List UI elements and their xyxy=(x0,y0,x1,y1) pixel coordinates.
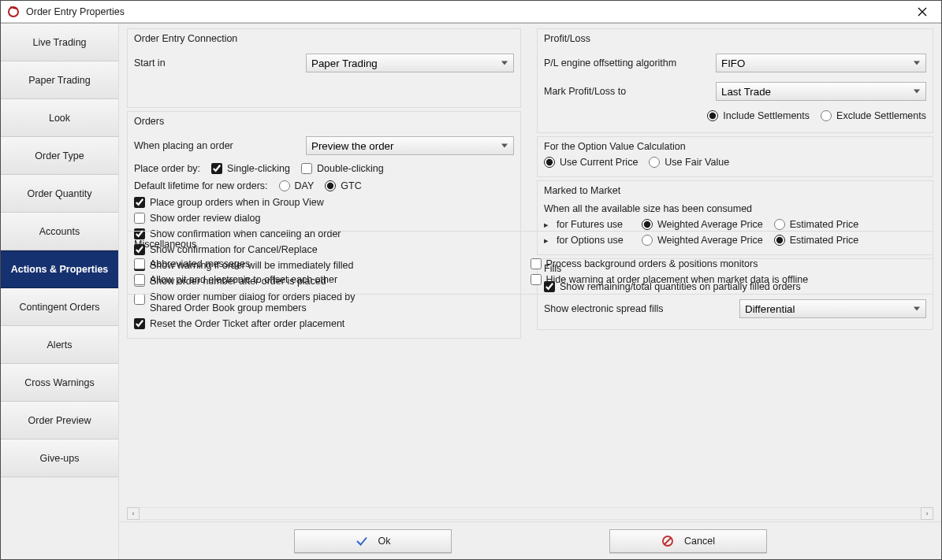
titlebar: Order Entry Properties xyxy=(1,1,941,23)
place-order-by-single[interactable]: Single-clicking xyxy=(211,163,290,174)
sidebar-item-live-trading[interactable]: Live Trading xyxy=(1,24,118,61)
fut-est[interactable]: Estimated Price xyxy=(774,219,859,230)
chk-hide-offline-warn[interactable]: Hide warning at order placement when mar… xyxy=(531,274,809,285)
horizontal-scrollbar[interactable]: ‹ › xyxy=(127,507,933,520)
chk-group-orders[interactable]: Place group orders when in Group View xyxy=(134,197,324,208)
optval-fair[interactable]: Use Fair Value xyxy=(649,157,729,168)
mtm-futures-label: for Futures use xyxy=(557,219,635,230)
chk-review-dialog[interactable]: Show order review dialog xyxy=(134,213,260,224)
svg-line-2 xyxy=(665,538,671,544)
chk-pit-electronic[interactable]: Allow pit and electronic to offset each … xyxy=(134,274,337,285)
group-title: Profit/Loss xyxy=(538,29,933,47)
app-icon xyxy=(7,6,20,18)
mtm-intro: When all the available size has been con… xyxy=(544,203,752,214)
sidebar-item-label: Actions & Properties xyxy=(11,264,109,275)
spacer xyxy=(119,298,941,505)
arrow-right-icon: ▸ xyxy=(544,220,549,230)
chk-bg-monitors[interactable]: Process background orders & positions mo… xyxy=(531,258,758,269)
group-option-value: For the Option Value Calculation Use Cur… xyxy=(537,136,933,177)
spread-select[interactable]: Differential xyxy=(739,299,926,318)
sidebar-item-contingent-orders[interactable]: Contingent Orders xyxy=(1,288,118,326)
when-placing-label: When placing an order xyxy=(134,140,300,151)
content: Order Entry Connection Start in Paper Tr… xyxy=(119,24,941,521)
sidebar-item-label: Order Quantity xyxy=(28,188,92,199)
place-order-by-label: Place order by: xyxy=(134,163,200,174)
lifetime-day[interactable]: DAY xyxy=(279,180,315,191)
settle-exclude[interactable]: Exclude Settlements xyxy=(821,110,926,121)
cancel-button[interactable]: Cancel xyxy=(609,529,767,553)
algo-label: P/L engine offsetting algorithm xyxy=(544,57,709,69)
sidebar-item-label: Give-ups xyxy=(39,453,79,464)
when-placing-select[interactable]: Preview the order xyxy=(306,136,514,155)
sidebar-item-accounts[interactable]: Accounts xyxy=(1,213,118,250)
settle-include[interactable]: Include Settlements xyxy=(707,110,810,121)
place-order-by-double[interactable]: Double-clicking xyxy=(301,163,384,174)
right-column: Profit/Loss P/L engine offsetting algori… xyxy=(529,24,941,231)
sidebar-item-label: Order Preview xyxy=(28,415,91,426)
button-bar: Ok Cancel xyxy=(119,521,941,559)
columns: Order Entry Connection Start in Paper Tr… xyxy=(119,24,941,231)
window-title: Order Entry Properties xyxy=(26,6,907,17)
scroll-right-button[interactable]: › xyxy=(921,507,933,520)
sidebar-item-order-quantity[interactable]: Order Quantity xyxy=(1,175,118,213)
sidebar-item-label: Contingent Orders xyxy=(19,302,99,313)
ok-button[interactable]: Ok xyxy=(294,529,452,553)
sidebar-item-label: Cross Warnings xyxy=(24,377,94,388)
group-title: Miscellaneous xyxy=(134,235,926,253)
sidebar-item-label: Paper Trading xyxy=(28,75,91,86)
scroll-track[interactable] xyxy=(140,507,921,520)
mark-select[interactable]: Last Trade xyxy=(716,82,926,101)
sidebar-item-label: Order Type xyxy=(35,150,84,161)
default-lifetime-label: Default lifetime for new orders: xyxy=(134,180,268,191)
sidebar-item-label: Live Trading xyxy=(32,37,86,48)
sidebar-item-look[interactable]: Look xyxy=(1,99,118,137)
sidebar-item-order-preview[interactable]: Order Preview xyxy=(1,402,118,439)
group-title: Order Entry Connection xyxy=(128,29,520,47)
chk-abbrev[interactable]: Abbreviated messages xyxy=(134,258,250,269)
lifetime-gtc[interactable]: GTC xyxy=(325,180,361,191)
cancel-icon xyxy=(661,534,675,548)
group-profit-loss: Profit/Loss P/L engine offsetting algori… xyxy=(537,28,933,133)
fut-wap[interactable]: Weighted Average Price xyxy=(642,219,763,230)
group-title: Marked to Market xyxy=(538,181,933,199)
start-in-select[interactable]: Paper Trading xyxy=(306,54,514,72)
group-title: For the Option Value Calculation xyxy=(538,137,933,155)
sidebar-item-give-ups[interactable]: Give-ups xyxy=(1,439,118,477)
sidebar-item-order-type[interactable]: Order Type xyxy=(1,137,118,175)
sidebar-item-paper-trading[interactable]: Paper Trading xyxy=(1,61,118,99)
sidebar-item-alerts[interactable]: Alerts xyxy=(1,326,118,364)
sidebar-item-label: Alerts xyxy=(47,339,73,350)
content-wrap: Order Entry Connection Start in Paper Tr… xyxy=(119,24,941,559)
dialog-window: Order Entry Properties Live Trading Pape… xyxy=(0,0,942,560)
sidebar-item-label: Look xyxy=(49,113,70,124)
close-button[interactable] xyxy=(907,1,938,22)
mark-label: Mark Profit/Loss to xyxy=(544,86,709,97)
start-in-label: Start in xyxy=(134,57,300,69)
left-column: Order Entry Connection Start in Paper Tr… xyxy=(119,24,529,231)
sidebar-item-actions-properties[interactable]: Actions & Properties xyxy=(1,250,118,288)
sidebar-item-cross-warnings[interactable]: Cross Warnings xyxy=(1,364,118,402)
group-misc: Miscellaneous Abbreviated messages Allow… xyxy=(127,231,933,295)
group-title: Orders xyxy=(128,112,520,130)
sidebar: Live Trading Paper Trading Look Order Ty… xyxy=(1,24,119,559)
group-order-entry-connection: Order Entry Connection Start in Paper Tr… xyxy=(127,28,521,108)
algo-select[interactable]: FIFO xyxy=(716,54,926,72)
dialog-body: Live Trading Paper Trading Look Order Ty… xyxy=(1,23,941,559)
optval-current[interactable]: Use Current Price xyxy=(544,157,638,168)
scroll-left-button[interactable]: ‹ xyxy=(127,507,140,520)
check-icon xyxy=(355,534,369,548)
sidebar-item-label: Accounts xyxy=(39,226,80,237)
close-icon xyxy=(918,7,927,17)
